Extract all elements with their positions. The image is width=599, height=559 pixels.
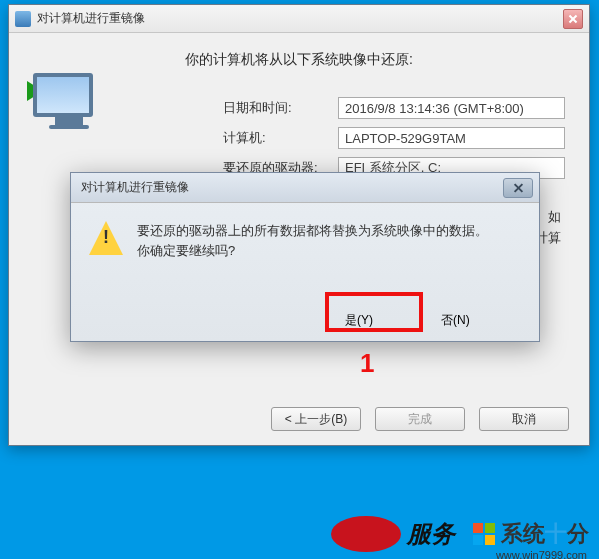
- fuwu-text: 服务: [407, 518, 455, 550]
- close-icon[interactable]: [563, 9, 583, 29]
- restore-monitor-icon: [33, 73, 105, 137]
- dialog-footer: 是(Y) 否(N): [345, 312, 521, 329]
- value-datetime: 2016/9/8 13:14:36 (GMT+8:00): [338, 97, 565, 119]
- confirm-dialog: 对计算机进行重镜像 要还原的驱动器上的所有数据都将替换为系统映像中的数据。 你确…: [70, 172, 540, 342]
- back-button[interactable]: < 上一步(B): [271, 407, 361, 431]
- value-computer: LAPTOP-529G9TAM: [338, 127, 565, 149]
- app-icon: [15, 11, 31, 27]
- fuwu-logo: 服务: [331, 516, 455, 552]
- row-computer: 计算机: LAPTOP-529G9TAM: [223, 127, 565, 149]
- dialog-body: 要还原的驱动器上的所有数据都将替换为系统映像中的数据。 你确定要继续吗?: [71, 203, 539, 260]
- dialog-message-1: 要还原的驱动器上的所有数据都将替换为系统映像中的数据。: [137, 221, 488, 241]
- microsoft-icon: [473, 523, 495, 545]
- dialog-text: 要还原的驱动器上的所有数据都将替换为系统映像中的数据。 你确定要继续吗?: [137, 221, 488, 260]
- dialog-close-icon[interactable]: [503, 178, 533, 198]
- main-title: 对计算机进行重镜像: [37, 10, 145, 27]
- row-datetime: 日期和时间: 2016/9/8 13:14:36 (GMT+8:00): [223, 97, 565, 119]
- warning-icon: [89, 221, 123, 255]
- page-heading: 你的计算机将从以下系统映像中还原:: [33, 51, 565, 69]
- label-datetime: 日期和时间:: [223, 99, 338, 117]
- label-computer: 计算机:: [223, 129, 338, 147]
- no-button[interactable]: 否(N): [441, 312, 521, 329]
- yes-button[interactable]: 是(Y): [345, 312, 425, 329]
- system-logo: 系统十分: [473, 519, 589, 549]
- system-brand-text: 系统十分: [501, 519, 589, 549]
- annotation-number: 1: [360, 348, 374, 379]
- dialog-titlebar: 对计算机进行重镜像: [71, 173, 539, 203]
- finish-button[interactable]: 完成: [375, 407, 465, 431]
- brand-seg-2: 十: [545, 521, 567, 546]
- watermark-url: www.win7999.com: [496, 549, 587, 559]
- dialog-message-2: 你确定要继续吗?: [137, 241, 488, 261]
- dialog-title: 对计算机进行重镜像: [81, 179, 189, 196]
- brand-seg-1: 系统: [501, 521, 545, 546]
- cancel-button[interactable]: 取消: [479, 407, 569, 431]
- red-bubble-icon: [331, 516, 401, 552]
- main-titlebar: 对计算机进行重镜像: [9, 5, 589, 33]
- brand-seg-3: 分: [567, 521, 589, 546]
- wizard-footer: < 上一步(B) 完成 取消: [271, 407, 569, 431]
